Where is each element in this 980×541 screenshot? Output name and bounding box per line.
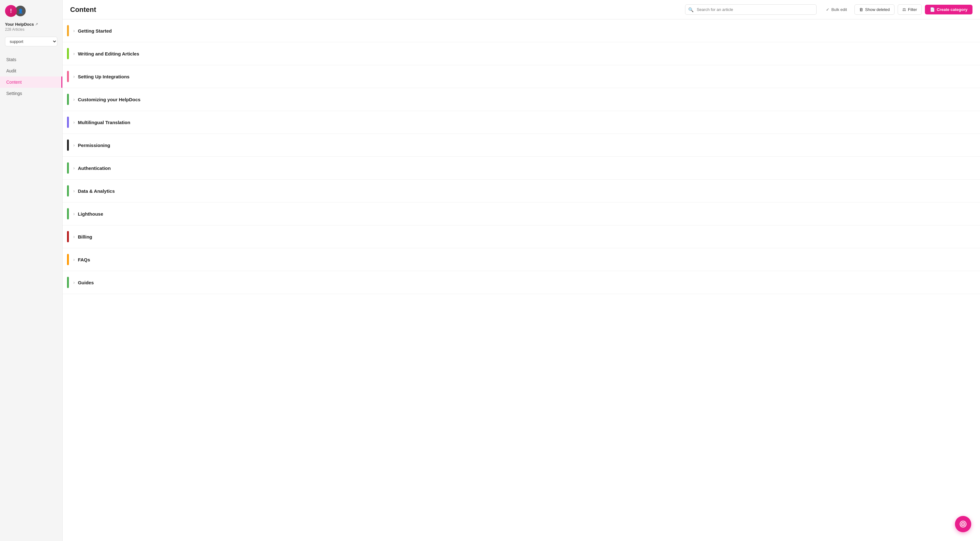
- sidebar-item-audit[interactable]: Audit: [0, 65, 62, 77]
- sidebar-brand: Your HelpDocs ↗ 228 Articles: [0, 22, 62, 34]
- main-content: Content 🔍 ✓ Bulk edit 🗑 Show deleted ⚖ F…: [63, 0, 980, 541]
- category-name: Guides: [78, 280, 94, 285]
- bulk-edit-button[interactable]: ✓ Bulk edit: [822, 5, 851, 14]
- category-color-bar: [67, 25, 69, 37]
- chevron-right-icon: ›: [73, 280, 75, 285]
- category-row[interactable]: ›FAQs: [63, 248, 980, 271]
- category-name: Setting Up Integrations: [78, 74, 130, 79]
- chevron-right-icon: ›: [73, 188, 75, 193]
- category-color-bar: [67, 116, 69, 128]
- category-row[interactable]: ›Permissioning: [63, 134, 980, 157]
- external-link-icon: ↗: [35, 22, 38, 26]
- category-row[interactable]: ›Guides: [63, 271, 980, 294]
- category-name: FAQs: [78, 257, 90, 262]
- chevron-right-icon: ›: [73, 97, 75, 102]
- category-name: Authentication: [78, 166, 111, 171]
- topbar-actions: ✓ Bulk edit 🗑 Show deleted ⚖ Filter 📄 Cr…: [822, 5, 972, 15]
- category-icon: 📄: [930, 7, 935, 12]
- category-row[interactable]: ›Getting Started: [63, 19, 980, 42]
- chevron-right-icon: ›: [73, 211, 75, 216]
- category-color-bar: [67, 71, 69, 82]
- page-title: Content: [70, 6, 96, 14]
- category-color-bar: [67, 277, 69, 288]
- trash-icon: 🗑: [859, 7, 863, 12]
- chevron-right-icon: ›: [73, 28, 75, 33]
- sidebar-header: ! 👤: [0, 5, 62, 22]
- category-row[interactable]: ›Setting Up Integrations: [63, 65, 980, 88]
- category-color-bar: [67, 48, 69, 59]
- sidebar-dropdown[interactable]: support sales marketing: [5, 37, 57, 46]
- category-color-bar: [67, 162, 69, 174]
- category-color-bar: [67, 94, 69, 105]
- category-name: Billing: [78, 234, 92, 239]
- filter-button[interactable]: ⚖ Filter: [898, 5, 922, 15]
- check-icon: ✓: [826, 7, 829, 12]
- category-row[interactable]: ›Lighthouse: [63, 203, 980, 225]
- chevron-right-icon: ›: [73, 120, 75, 125]
- search-input[interactable]: [685, 5, 816, 15]
- beacon-icon: [959, 520, 967, 528]
- chevron-right-icon: ›: [73, 51, 75, 56]
- create-category-button[interactable]: 📄 Create category: [925, 5, 972, 14]
- brand-logo-icon: !: [5, 5, 17, 17]
- category-name: Customizing your HelpDocs: [78, 97, 141, 102]
- show-deleted-button[interactable]: 🗑 Show deleted: [854, 5, 894, 15]
- sidebar-nav: Stats Audit Content Settings: [0, 51, 62, 102]
- category-name: Lighthouse: [78, 211, 103, 217]
- category-color-bar: [67, 139, 69, 151]
- sidebar: ! 👤 Your HelpDocs ↗ 228 Articles support…: [0, 0, 63, 541]
- category-name: Writing and Editing Articles: [78, 51, 139, 56]
- category-row[interactable]: ›Billing: [63, 225, 980, 248]
- category-color-bar: [67, 254, 69, 265]
- filter-icon: ⚖: [902, 7, 906, 12]
- search-icon: 🔍: [688, 7, 694, 12]
- chevron-right-icon: ›: [73, 166, 75, 171]
- brand-name: Your HelpDocs ↗: [5, 22, 57, 27]
- category-row[interactable]: ›Authentication: [63, 157, 980, 180]
- chevron-right-icon: ›: [73, 234, 75, 239]
- avatar-group: ! 👤: [5, 5, 26, 17]
- sidebar-item-content[interactable]: Content: [0, 77, 62, 88]
- sidebar-item-settings[interactable]: Settings: [0, 88, 62, 99]
- category-color-bar: [67, 185, 69, 196]
- category-row[interactable]: ›Multilingual Translation: [63, 111, 980, 134]
- knowledge-base-select[interactable]: support sales marketing: [5, 37, 57, 46]
- topbar: Content 🔍 ✓ Bulk edit 🗑 Show deleted ⚖ F…: [63, 0, 980, 19]
- search-box[interactable]: 🔍: [685, 5, 816, 15]
- sidebar-item-stats[interactable]: Stats: [0, 54, 62, 65]
- category-name: Getting Started: [78, 28, 112, 34]
- category-color-bar: [67, 208, 69, 219]
- category-list: ›Getting Started›Writing and Editing Art…: [63, 19, 980, 541]
- chevron-right-icon: ›: [73, 143, 75, 148]
- chevron-right-icon: ›: [73, 257, 75, 262]
- article-count: 228 Articles: [5, 27, 57, 32]
- category-row[interactable]: ›Customizing your HelpDocs: [63, 88, 980, 111]
- category-color-bar: [67, 231, 69, 242]
- help-button[interactable]: [955, 516, 971, 532]
- chevron-right-icon: ›: [73, 74, 75, 79]
- category-row[interactable]: ›Writing and Editing Articles: [63, 42, 980, 65]
- category-name: Permissioning: [78, 143, 110, 148]
- category-row[interactable]: ›Data & Analytics: [63, 180, 980, 203]
- category-name: Multilingual Translation: [78, 120, 130, 125]
- category-name: Data & Analytics: [78, 188, 115, 194]
